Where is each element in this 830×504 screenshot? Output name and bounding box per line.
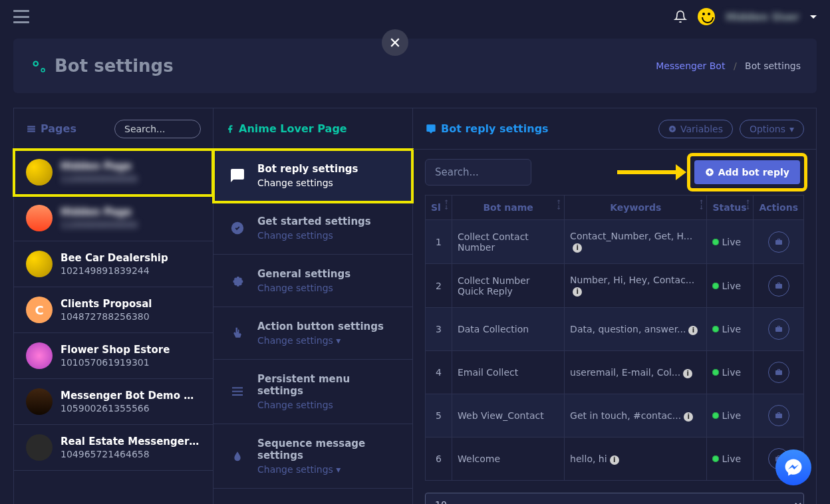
page-item[interactable]: Real Estate Messenger Bot 10496572146465… bbox=[14, 425, 213, 471]
bot-reply-table: Sl↑↓ Bot name↑↓ Keywords↑↓ Status↑↓ Acti… bbox=[425, 195, 804, 481]
svg-rect-2 bbox=[27, 130, 35, 132]
col-actions: Actions bbox=[754, 195, 804, 220]
cell-name: Data Collection bbox=[452, 308, 565, 351]
settings-item[interactable]: General settings Change settings bbox=[213, 255, 412, 307]
settings-item[interactable]: Bot reply settings Change settings bbox=[213, 150, 412, 202]
bot-search-input[interactable] bbox=[425, 159, 531, 186]
page-info: Flower Shop Estore 101057061919301 bbox=[61, 344, 170, 368]
settings-title: Sequence message settings bbox=[257, 438, 396, 461]
action-button[interactable] bbox=[768, 405, 789, 426]
cell-keywords: useremail, E-mail, Col...i bbox=[565, 351, 707, 394]
info-icon[interactable]: i bbox=[684, 412, 693, 422]
cell-keywords: Data, question, answer...i bbox=[565, 308, 707, 351]
info-icon[interactable]: i bbox=[688, 326, 698, 335]
bell-icon[interactable] bbox=[674, 10, 687, 23]
change-settings-link[interactable]: Change settings bbox=[257, 283, 350, 293]
change-settings-link[interactable]: Change settings bbox=[257, 400, 396, 410]
chat-icon bbox=[229, 168, 245, 184]
cell-keywords: hello, hii bbox=[565, 438, 707, 481]
settings-list: Bot reply settings Change settings Get s… bbox=[213, 150, 412, 489]
change-settings-link[interactable]: Change settings bbox=[257, 178, 358, 188]
user-name[interactable]: Hidden User bbox=[726, 11, 799, 23]
cell-name: Web View_Contact bbox=[452, 394, 565, 438]
page-avatar bbox=[26, 388, 53, 415]
briefcase-icon bbox=[774, 368, 783, 376]
menu-icon bbox=[229, 384, 245, 400]
action-button[interactable] bbox=[768, 231, 789, 253]
col-name[interactable]: Bot name↑↓ bbox=[452, 195, 565, 220]
cell-sl: 2 bbox=[426, 264, 452, 308]
col-sl[interactable]: Sl↑↓ bbox=[426, 195, 452, 220]
table-row: 1 Collect Contact Number Contact_Number,… bbox=[426, 220, 804, 264]
table-row: 5 Web View_Contact Get in touch, #contac… bbox=[426, 394, 804, 438]
page-name: Messenger Bot Demo Restaurant bbox=[61, 390, 201, 402]
live-dot-icon bbox=[712, 369, 719, 376]
pointer-icon bbox=[229, 325, 245, 341]
page-title: Bot settings bbox=[29, 56, 174, 76]
change-settings-link[interactable]: Change settings bbox=[257, 230, 371, 241]
hamburger-icon[interactable] bbox=[13, 10, 29, 23]
breadcrumb-parent[interactable]: Messenger Bot bbox=[656, 61, 725, 71]
change-settings-link[interactable]: Change settings bbox=[257, 464, 396, 475]
page-id: 1100000000000 bbox=[61, 174, 138, 184]
main-columns: Pages Hidden Page 1100000000000 Hidden P… bbox=[13, 108, 817, 504]
page-info: Hidden Page 1100000000000 bbox=[61, 160, 138, 184]
info-icon[interactable]: i bbox=[573, 287, 582, 297]
drop-icon bbox=[229, 448, 245, 464]
page-item[interactable]: Bee Car Dealership 102149891839244 bbox=[14, 241, 213, 287]
page-item[interactable]: Hidden Page 1100000000000 bbox=[14, 150, 213, 195]
settings-item[interactable]: Get started settings Change settings bbox=[213, 202, 412, 255]
user-dropdown-caret[interactable] bbox=[810, 15, 817, 19]
avatar[interactable] bbox=[698, 8, 715, 25]
variables-button[interactable]: Variables bbox=[658, 120, 733, 138]
page-id: 105900261355566 bbox=[61, 403, 201, 414]
live-dot-icon bbox=[712, 412, 719, 419]
cell-keywords: Contact_Number, Get, H...i bbox=[565, 220, 707, 264]
action-button[interactable] bbox=[768, 275, 789, 297]
cell-status: Live bbox=[707, 220, 754, 264]
page-id: 101057061919301 bbox=[61, 357, 170, 368]
pages-list: Hidden Page 1100000000000 Hidden Page 11… bbox=[14, 150, 213, 471]
col-status[interactable]: Status↑↓ bbox=[707, 195, 754, 220]
info-icon[interactable]: i bbox=[573, 243, 582, 253]
cell-status: Live bbox=[707, 308, 754, 351]
page-name: Hidden Page bbox=[61, 160, 138, 172]
cell-status: Live bbox=[707, 438, 754, 481]
page-avatar bbox=[26, 159, 53, 186]
messenger-chat-icon[interactable] bbox=[775, 449, 811, 485]
table-row: 4 Email Collect useremail, E-mail, Col..… bbox=[426, 351, 804, 394]
gear-icon bbox=[229, 273, 245, 289]
svg-rect-5 bbox=[232, 391, 243, 392]
page-avatar bbox=[26, 251, 53, 277]
add-bot-reply-button[interactable]: Add bot reply bbox=[694, 160, 800, 184]
live-dot-icon bbox=[712, 239, 719, 245]
page-item[interactable]: Messenger Bot Demo Restaurant 1059002613… bbox=[14, 379, 213, 425]
info-icon[interactable]: i bbox=[683, 369, 692, 378]
page-item[interactable]: Flower Shop Estore 101057061919301 bbox=[14, 333, 213, 379]
page-item[interactable]: Hidden Page 1100000000000 bbox=[14, 195, 213, 241]
close-icon[interactable]: ✕ bbox=[382, 29, 408, 56]
action-button[interactable] bbox=[768, 318, 789, 340]
info-icon[interactable]: i bbox=[610, 455, 619, 465]
page-size-select[interactable]: 10 bbox=[425, 493, 804, 504]
settings-column: Anime Lover Page Bot reply settings Chan… bbox=[213, 108, 413, 504]
plus-circle-icon bbox=[705, 168, 714, 177]
page-item[interactable]: C Clients Proposal 104872788256380 bbox=[14, 287, 213, 333]
page-id: 104872788256380 bbox=[61, 311, 152, 322]
cell-name: Email Collect bbox=[452, 351, 565, 394]
options-button[interactable]: Options ▾ bbox=[740, 120, 804, 138]
settings-item[interactable]: Persistent menu settings Change settings bbox=[213, 360, 412, 424]
breadcrumb-current: Bot settings bbox=[745, 61, 801, 71]
pages-icon bbox=[26, 124, 37, 134]
change-settings-link[interactable]: Change settings bbox=[257, 335, 384, 346]
page-avatar bbox=[26, 434, 53, 461]
action-button[interactable] bbox=[768, 362, 789, 383]
settings-item[interactable]: Sequence message settings Change setting… bbox=[213, 424, 412, 489]
pages-header: Pages bbox=[14, 108, 213, 150]
pages-search-input[interactable] bbox=[114, 120, 201, 138]
col-keywords[interactable]: Keywords↑↓ bbox=[565, 195, 707, 220]
settings-title: General settings bbox=[257, 268, 350, 280]
page-id: 104965721464658 bbox=[61, 449, 201, 459]
settings-item[interactable]: Action button settings Change settings bbox=[213, 307, 412, 360]
page-name: Bee Car Dealership bbox=[61, 252, 168, 264]
